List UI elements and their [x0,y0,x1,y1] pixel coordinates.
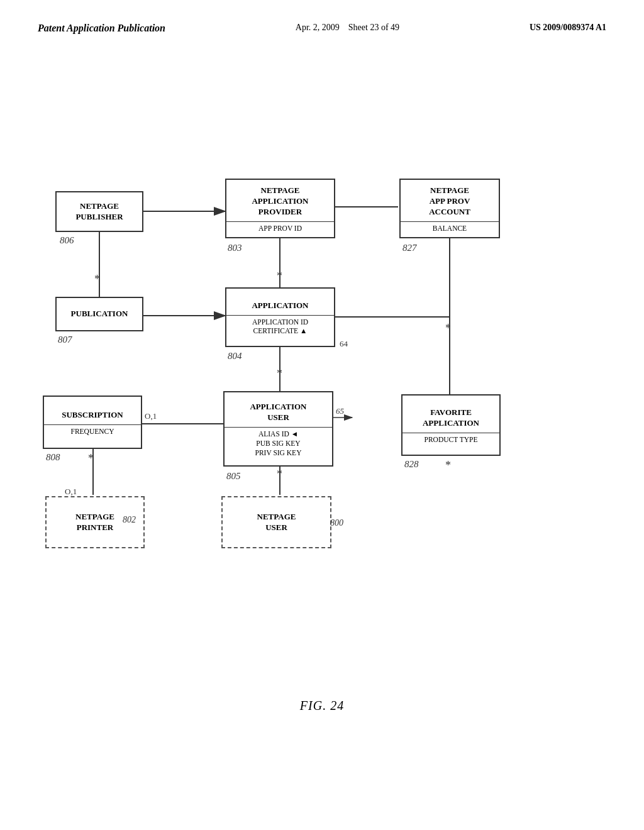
box-subscription-sub: FREQUENCY [44,424,141,438]
num-804: 804 [228,351,242,362]
num-800: 800 [330,518,343,528]
num-64: 64 [340,339,348,349]
mult-o1-printer: O,1 [65,487,77,497]
box-application-label: APPLICATION [247,297,313,315]
mult-star-application: * [277,367,282,380]
box-netpage-app-provider: NETPAGEAPPLICATIONPROVIDER APP PROV ID [225,179,335,238]
box-subscription: SUBSCRIPTION FREQUENCY [43,396,142,449]
box-fav-app-label: FAVORITEAPPLICATION [418,404,484,433]
num-807: 807 [58,335,72,345]
figure-caption: FIG. 24 [300,699,344,713]
header-center: Apr. 2, 2009 Sheet 23 of 49 [296,23,399,33]
header-sheet: Sheet 23 of 49 [348,23,399,32]
num-827: 827 [402,243,417,253]
box-app-prov-account: NETPAGEAPP PROVACCOUNT BALANCE [399,179,500,238]
mult-star-account: * [445,322,451,335]
box-netpage-user-label: NETPAGEUSER [252,508,301,537]
box-subscription-label: SUBSCRIPTION [57,406,128,424]
num-828: 828 [404,459,419,470]
diagram-area: NETPAGEPUBLISHER 806 NETPAGEAPPLICATIONP… [0,47,644,751]
box-application: APPLICATION APPLICATION IDCERTIFICATE ▲ [225,287,335,347]
mult-star-publisher: * [94,273,100,286]
box-app-provider-sub: APP PROV ID [226,221,334,235]
box-app-prov-account-sub: BALANCE [401,221,499,235]
box-publication: PUBLICATION [55,297,143,331]
num-805: 805 [226,471,241,482]
page-header: Patent Application Publication Apr. 2, 2… [0,0,644,34]
mult-star-app-user: * [277,468,282,481]
num-803: 803 [228,243,242,253]
num-808: 808 [46,452,60,463]
patent-number: US 2009/0089374 A1 [530,23,606,33]
num-806: 806 [60,235,74,246]
header-date: Apr. 2, 2009 [296,23,340,32]
box-application-user: APPLICATIONUSER ALIAS ID ◄PUB SIG KEYPRI… [223,391,333,467]
mult-star-fav-app: * [445,459,451,472]
mult-star-subscription: * [88,452,94,465]
mult-o1-subscription: O,1 [145,411,157,421]
box-app-user-sub: ALIAS ID ◄PUB SIG KEYPRIV SIG KEY [225,427,332,460]
mult-star-app-provider: * [277,270,282,283]
box-printer-label: NETPAGEPRINTER [70,508,119,537]
box-netpage-publisher: NETPAGEPUBLISHER [55,191,143,232]
box-app-provider-label: NETPAGEAPPLICATIONPROVIDER [247,182,313,221]
publication-title: Patent Application Publication [38,23,165,34]
box-fav-app-sub: PRODUCT TYPE [402,433,499,446]
box-netpage-publisher-label: NETPAGEPUBLISHER [70,197,128,226]
box-app-user-label: APPLICATIONUSER [245,398,311,427]
mult-65: 65 [336,406,344,416]
num-802: 802 [123,515,136,525]
box-application-sub1: APPLICATION IDCERTIFICATE ▲ [226,315,334,338]
box-netpage-user: NETPAGEUSER [221,496,331,548]
box-app-prov-account-label: NETPAGEAPP PROVACCOUNT [424,182,475,221]
box-publication-label: PUBLICATION [66,305,133,323]
box-favorite-application: FAVORITEAPPLICATION PRODUCT TYPE [401,394,501,456]
